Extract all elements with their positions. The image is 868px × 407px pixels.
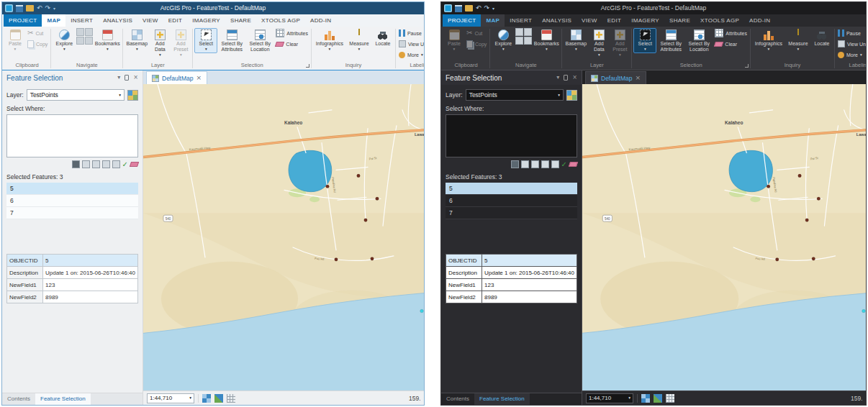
apply-check-icon[interactable]: ✓: [122, 161, 128, 168]
map-point[interactable]: [357, 174, 361, 178]
feature-row[interactable]: 7: [446, 207, 577, 219]
tab-contents[interactable]: Contents: [441, 393, 474, 405]
where-clause-input[interactable]: [6, 114, 138, 157]
feature-row[interactable]: 7: [6, 207, 138, 219]
feature-row[interactable]: 5: [6, 183, 138, 195]
table-row[interactable]: NewField2 8989: [7, 291, 138, 303]
add-preset-button[interactable]: Add Preset ▾: [610, 28, 630, 59]
attributes-button[interactable]: Attributes: [274, 28, 309, 38]
feature-row[interactable]: 5: [446, 183, 577, 195]
map-point[interactable]: [335, 258, 338, 262]
close-icon[interactable]: ×: [196, 75, 202, 81]
select-mode-icon[interactable]: [511, 160, 519, 168]
select-mode-icon[interactable]: [72, 160, 80, 168]
bookmarks-button[interactable]: Bookmarks ▾: [94, 28, 121, 53]
subset-selection-icon[interactable]: [112, 160, 120, 168]
previous-extent-icon[interactable]: [76, 37, 84, 45]
tab-edit[interactable]: EDIT: [163, 14, 187, 27]
cut-button[interactable]: ✂ Cut: [26, 28, 49, 38]
fixed-zoom-in-icon[interactable]: [515, 28, 523, 36]
clear-button[interactable]: Clear: [713, 39, 749, 49]
tab-add-in[interactable]: ADD-IN: [744, 14, 775, 27]
map-point[interactable]: [767, 185, 770, 188]
clear-selection-icon[interactable]: [569, 162, 578, 167]
save-icon[interactable]: [455, 5, 462, 12]
pause-button[interactable]: Pause: [836, 28, 866, 38]
field-value-cell[interactable]: 123: [43, 279, 138, 291]
undo-icon[interactable]: ↶: [37, 5, 42, 12]
open-project-icon[interactable]: [465, 5, 473, 12]
field-value-cell[interactable]: 5: [482, 255, 577, 267]
pane-header[interactable]: Feature Selection ▾ ×: [441, 70, 582, 85]
copy-button[interactable]: Copy: [465, 39, 488, 49]
infographics-button[interactable]: Infographics ▾: [313, 28, 346, 53]
select-by-attributes-button[interactable]: Select By Attributes: [218, 28, 245, 54]
undo-icon[interactable]: ↶: [476, 5, 482, 12]
table-row[interactable]: NewField2 8989: [446, 291, 577, 303]
view-unplaced-button[interactable]: View Unplaced: [397, 39, 424, 49]
locate-button[interactable]: Locate: [372, 28, 394, 48]
copy-button[interactable]: Copy: [26, 39, 49, 49]
map-point-selected[interactable]: [862, 309, 866, 313]
tab-view[interactable]: VIEW: [137, 14, 163, 27]
map-point[interactable]: [775, 258, 779, 262]
layer-select[interactable]: TestPoints ▾: [466, 89, 564, 101]
full-extent-icon[interactable]: [524, 28, 532, 36]
clear-button[interactable]: Clear: [274, 39, 309, 49]
map-canvas[interactable]: 540 KalaheoLawaiKaumualii HwyPapalina Rd…: [143, 84, 424, 390]
remove-from-selection-icon[interactable]: [102, 160, 110, 168]
scale-combo[interactable]: 1:44,710 ▾: [586, 393, 633, 403]
tab-feature-selection[interactable]: Feature Selection: [35, 393, 91, 405]
add-to-selection-icon[interactable]: [92, 160, 100, 168]
remove-from-selection-icon[interactable]: [541, 160, 549, 168]
select-button[interactable]: Select ▾: [194, 28, 217, 53]
new-selection-icon[interactable]: [521, 160, 529, 168]
close-icon[interactable]: ×: [572, 75, 577, 81]
map-point[interactable]: [812, 257, 815, 261]
next-extent-icon[interactable]: [85, 37, 93, 45]
field-value-cell[interactable]: 5: [43, 255, 138, 267]
clear-selection-icon[interactable]: [130, 162, 139, 167]
next-extent-icon[interactable]: [524, 37, 532, 45]
redo-icon[interactable]: ↷: [484, 5, 490, 12]
attributes-button[interactable]: Attributes: [713, 28, 749, 38]
map-point[interactable]: [376, 197, 379, 201]
previous-extent-icon[interactable]: [515, 37, 523, 45]
select-button[interactable]: Select ▾: [633, 28, 656, 53]
map-point-selected[interactable]: [420, 309, 424, 313]
basemap-button[interactable]: Basemap ▾: [125, 28, 149, 53]
layer-picker-icon[interactable]: [566, 90, 577, 101]
tab-insert[interactable]: INSERT: [65, 14, 98, 27]
map-point[interactable]: [798, 174, 802, 178]
table-row[interactable]: OBJECTID 5: [7, 255, 138, 267]
basemap-status-icon[interactable]: [214, 394, 223, 403]
map-point[interactable]: [817, 197, 820, 201]
map-document-tab[interactable]: DefaultMap ×: [146, 71, 207, 84]
infographics-button[interactable]: Infographics ▾: [752, 28, 785, 53]
customize-toolbar-icon[interactable]: ▾: [53, 6, 55, 11]
pane-menu-icon[interactable]: ▾: [117, 75, 120, 81]
feature-row[interactable]: 6: [6, 195, 138, 207]
more-button[interactable]: More ▾: [836, 50, 866, 60]
tab-insert[interactable]: INSERT: [505, 14, 537, 27]
tab-project[interactable]: PROJECT: [443, 14, 481, 27]
add-preset-button[interactable]: Add Preset ▾: [171, 28, 191, 59]
add-data-button[interactable]: Add Data ▾: [150, 28, 170, 59]
customize-toolbar-icon[interactable]: ▾: [492, 6, 494, 11]
tab-project[interactable]: PROJECT: [4, 14, 42, 27]
table-row[interactable]: Description Update 1 on: 2015-06-26T10:4…: [446, 267, 577, 279]
map-point[interactable]: [364, 219, 368, 222]
table-row[interactable]: OBJECTID 5: [446, 255, 577, 267]
field-value-cell[interactable]: Update 1 on: 2015-06-26T10:46:40: [43, 267, 138, 279]
tab-share[interactable]: SHARE: [664, 14, 695, 27]
more-button[interactable]: More ▾: [397, 50, 424, 60]
explore-button[interactable]: Explore ▾: [492, 28, 515, 53]
table-row[interactable]: NewField1 123: [446, 279, 577, 291]
tab-share[interactable]: SHARE: [225, 14, 256, 27]
select-by-location-button[interactable]: Select By Location: [685, 28, 713, 54]
layer-select[interactable]: TestPoints ▾: [27, 89, 125, 101]
tab-add-in[interactable]: ADD-IN: [305, 14, 336, 27]
scale-combo[interactable]: 1:44,710 ▾: [147, 393, 194, 403]
paste-button[interactable]: Paste ▾: [444, 28, 464, 53]
tab-contents[interactable]: Contents: [2, 393, 35, 405]
